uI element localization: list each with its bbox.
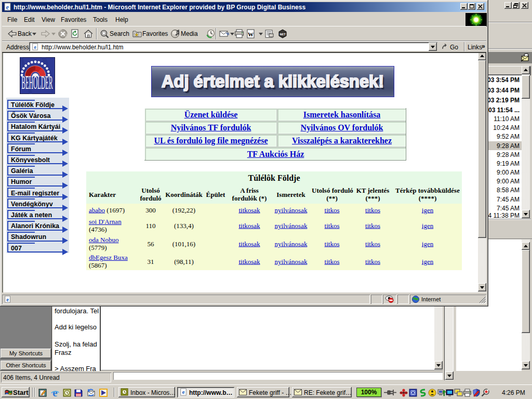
svg-text:e: e (6, 297, 9, 302)
svg-text:e: e (182, 389, 184, 395)
svg-text:NET: NET (280, 33, 286, 36)
svg-text:W: W (248, 31, 254, 37)
svg-text:e: e (6, 3, 9, 11)
svg-text:e: e (34, 44, 36, 50)
svg-text:e: e (52, 389, 57, 397)
